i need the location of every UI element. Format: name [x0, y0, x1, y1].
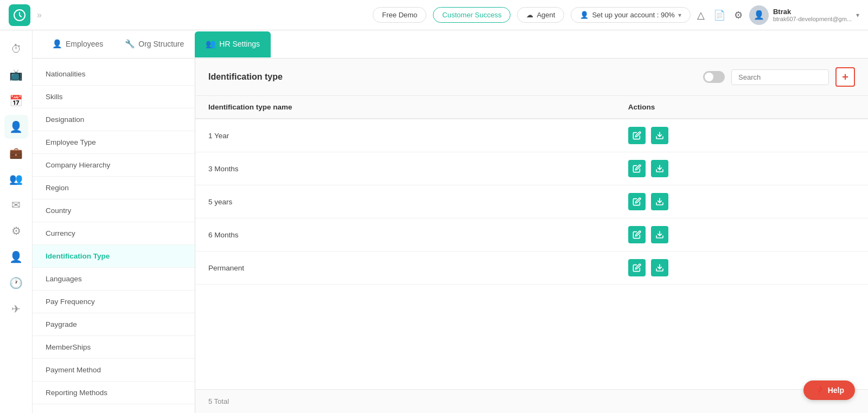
table-row: Permanent: [195, 251, 868, 285]
panel-footer: 5 Total: [195, 389, 868, 413]
sidebar-icon-user[interactable]: 👤: [4, 245, 28, 269]
table-row: 1 Year: [195, 119, 868, 152]
download-button[interactable]: [651, 259, 668, 276]
main-area: 👤 Employees 🔧 Org Structure 👥 HR Setting…: [33, 30, 868, 413]
actions-cell: [628, 259, 855, 276]
edit-button[interactable]: [628, 160, 646, 177]
app-layout: ⏱ 📺 📅 👤 💼 👥 ✉ ⚙ 👤 🕐 ✈ 👤 Employees 🔧 Org …: [0, 30, 868, 413]
panel-header-controls: +: [703, 67, 855, 87]
row-name: 3 Months: [195, 152, 615, 185]
panel-title: Identification type: [208, 72, 283, 82]
sidebar-icon-clock[interactable]: 🕐: [4, 271, 28, 295]
add-button[interactable]: +: [835, 67, 855, 87]
user-profile-area[interactable]: 👤 Btrak btrak607-development@gm... ▾: [749, 5, 859, 25]
employees-icon: 👤: [52, 39, 62, 49]
tab-hr-settings[interactable]: 👥 HR Settings: [195, 31, 271, 57]
user-chevron-icon: ▾: [856, 11, 859, 19]
agent-cloud-icon: ☁: [526, 11, 533, 19]
menu-item-memberships[interactable]: MemberShips: [33, 336, 195, 359]
logo-button[interactable]: [9, 4, 30, 26]
setup-button[interactable]: 👤 Set up your account : 90% ▾: [571, 7, 690, 23]
download-button[interactable]: [651, 160, 668, 177]
menu-item-country[interactable]: Country: [33, 199, 195, 222]
avatar: 👤: [749, 5, 769, 25]
menu-item-paygrade[interactable]: Paygrade: [33, 313, 195, 336]
menu-item-designation[interactable]: Designation: [33, 108, 195, 131]
hr-settings-icon: 👥: [206, 39, 216, 49]
col-header-name: Identification type name: [195, 96, 615, 119]
menu-item-languages[interactable]: Languages: [33, 268, 195, 291]
gear-icon[interactable]: ⚙: [734, 9, 743, 21]
row-name: Permanent: [195, 251, 615, 285]
row-name: 6 Months: [195, 218, 615, 251]
menu-item-pay-frequency[interactable]: Pay Frequency: [33, 291, 195, 313]
document-icon[interactable]: 📄: [713, 9, 725, 21]
edit-button[interactable]: [628, 127, 646, 144]
table-row: 3 Months: [195, 152, 868, 185]
sidebar-icon-mail[interactable]: ✉: [4, 193, 28, 217]
setup-person-icon: 👤: [580, 11, 589, 19]
sidebar-icon-send[interactable]: ✈: [4, 297, 28, 321]
table-header-row: Identification type name Actions: [195, 96, 868, 119]
download-button[interactable]: [651, 193, 668, 210]
row-actions: [615, 119, 868, 152]
row-actions: [615, 152, 868, 185]
table-row: 5 years: [195, 185, 868, 218]
menu-item-nationalities[interactable]: Nationalities: [33, 63, 195, 86]
sidebar-icon-group[interactable]: 👥: [4, 167, 28, 191]
right-panel: Identification type + Identification typ…: [195, 59, 868, 413]
menu-item-currency[interactable]: Currency: [33, 222, 195, 245]
menu-item-region[interactable]: Region: [33, 177, 195, 199]
search-input[interactable]: [731, 69, 829, 85]
download-button[interactable]: [651, 127, 668, 144]
identification-table: Identification type name Actions 1 Year: [195, 96, 868, 285]
menu-item-reporting-methods[interactable]: Reporting Methods: [33, 382, 195, 404]
table-container: Identification type name Actions 1 Year: [195, 96, 868, 389]
top-navigation: » Free Demo Customer Success ☁ Agent 👤 S…: [0, 0, 868, 30]
download-button[interactable]: [651, 226, 668, 243]
notification-icons: △ 📄 ⚙: [697, 9, 743, 21]
actions-cell: [628, 160, 855, 177]
alert-icon[interactable]: △: [697, 9, 705, 21]
row-actions: [615, 251, 868, 285]
sidebar-icon-settings[interactable]: ⚙: [4, 219, 28, 243]
sidebar-icon-monitor[interactable]: 📺: [4, 63, 28, 87]
toggle-switch[interactable]: [703, 71, 725, 83]
row-name: 5 years: [195, 185, 615, 218]
free-demo-button[interactable]: Free Demo: [373, 7, 426, 23]
user-email: btrak607-development@gm...: [773, 16, 852, 22]
menu-item-employee-type[interactable]: Employee Type: [33, 131, 195, 154]
sidebar-icon-calendar[interactable]: 📅: [4, 89, 28, 113]
sidebar-icon-home[interactable]: ⏱: [4, 37, 28, 61]
col-header-actions: Actions: [615, 96, 868, 119]
row-actions: [615, 218, 868, 251]
customer-success-button[interactable]: Customer Success: [433, 7, 510, 23]
panel-header: Identification type +: [195, 59, 868, 96]
tab-employees[interactable]: 👤 Employees: [41, 31, 114, 57]
user-name: Btrak: [773, 8, 852, 16]
agent-button[interactable]: ☁ Agent: [517, 7, 564, 23]
help-icon: ❓: [814, 386, 824, 395]
table-row: 6 Months: [195, 218, 868, 251]
org-structure-icon: 🔧: [125, 39, 135, 49]
sidebar-icon-people[interactable]: 👤: [4, 115, 28, 139]
help-button[interactable]: ❓ Help: [803, 380, 855, 400]
sidebar-icon-briefcase[interactable]: 💼: [4, 141, 28, 165]
menu-item-payment-method[interactable]: Payment Method: [33, 359, 195, 382]
actions-cell: [628, 226, 855, 243]
content-body: Nationalities Skills Designation Employe…: [33, 59, 868, 413]
tab-org-structure[interactable]: 🔧 Org Structure: [114, 31, 195, 57]
chevron-down-icon: ▾: [678, 11, 681, 19]
row-name: 1 Year: [195, 119, 615, 152]
total-count: 5 Total: [208, 397, 229, 405]
menu-item-company-hierarchy[interactable]: Company Hierarchy: [33, 154, 195, 177]
edit-button[interactable]: [628, 226, 646, 243]
edit-button[interactable]: [628, 259, 646, 276]
menu-item-skills[interactable]: Skills: [33, 86, 195, 108]
menu-item-identification-type[interactable]: Identification Type: [33, 245, 195, 268]
edit-button[interactable]: [628, 193, 646, 210]
nav-arrows[interactable]: »: [37, 10, 42, 20]
row-actions: [615, 185, 868, 218]
left-menu: Nationalities Skills Designation Employe…: [33, 59, 195, 413]
actions-cell: [628, 193, 855, 210]
